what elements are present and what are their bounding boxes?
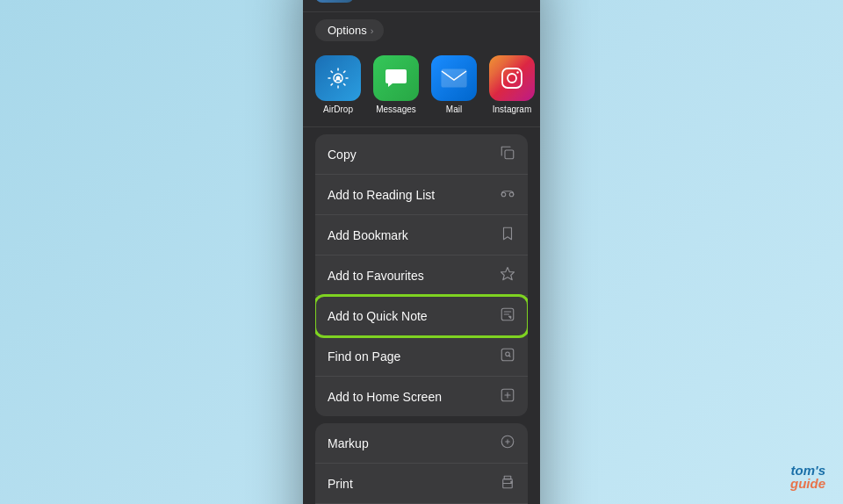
app-instagram[interactable]: Instagram (489, 55, 535, 114)
airdrop-label: AirDrop (323, 104, 353, 114)
home-screen-label: Add to Home Screen (328, 390, 442, 404)
bookmark-label: Add Bookmark (328, 228, 408, 242)
copy-icon (500, 145, 515, 163)
watermark-guide: guide (790, 476, 825, 491)
options-row: Options › (303, 12, 540, 52)
find-icon (500, 347, 515, 365)
menu-item-reading-list[interactable]: Add to Reading List (315, 175, 528, 215)
menu-list: Copy Add to Reading List Add Bookmark (303, 134, 540, 504)
star-icon (500, 266, 515, 284)
svg-point-5 (516, 71, 518, 73)
app-messages[interactable]: Messages (373, 55, 419, 114)
glasses-icon (500, 185, 515, 204)
menu-item-quick-note[interactable]: Add to Quick Note (315, 296, 528, 336)
share-sheet: Your iPhone lets you block th... tomsgui… (303, 0, 540, 504)
menu-item-favourites[interactable]: Add to Favourites (315, 256, 528, 296)
find-on-page-label: Find on Page (328, 349, 400, 364)
menu-section-1: Copy Add to Reading List Add Bookmark (315, 134, 528, 416)
svg-marker-9 (501, 268, 515, 280)
print-icon (500, 474, 515, 493)
options-button[interactable]: Options › (315, 19, 384, 41)
markup-icon (500, 434, 515, 452)
svg-point-4 (508, 74, 516, 83)
messages-label: Messages (376, 104, 416, 114)
instagram-label: Instagram (493, 104, 531, 114)
menu-item-print[interactable]: Print (315, 464, 528, 504)
menu-item-find-on-page[interactable]: Find on Page (315, 336, 528, 377)
markup-label: Markup (328, 436, 369, 450)
options-label: Options (328, 24, 367, 37)
print-label: Print (328, 477, 353, 491)
menu-section-2: Markup Print Save to Pinterest (315, 423, 528, 504)
watermark: tom's guide (790, 464, 825, 490)
svg-rect-16 (504, 476, 511, 479)
sheet-header: Your iPhone lets you block th... tomsgui… (303, 0, 540, 12)
app-mail[interactable]: Mail (431, 55, 477, 114)
quick-note-icon (500, 306, 515, 325)
apps-row: AirDrop Messages Mail (303, 52, 540, 127)
chevron-right-icon: › (371, 25, 374, 36)
reading-list-label: Add to Reading List (328, 188, 435, 202)
menu-item-markup[interactable]: Markup (315, 423, 528, 464)
mail-label: Mail (446, 104, 462, 114)
menu-item-copy[interactable]: Copy (315, 134, 528, 175)
bookmark-icon (500, 226, 515, 244)
messages-icon (373, 55, 419, 101)
instagram-icon (489, 55, 535, 101)
svg-rect-2 (442, 69, 466, 87)
page-thumbnail (315, 0, 354, 3)
svg-rect-15 (503, 484, 513, 488)
mail-icon (431, 55, 477, 101)
add-square-icon (500, 387, 515, 406)
menu-item-home-screen[interactable]: Add to Home Screen (315, 377, 528, 416)
favourites-label: Add to Favourites (328, 269, 424, 283)
quick-note-label: Add to Quick Note (328, 309, 428, 323)
svg-rect-11 (501, 349, 514, 361)
copy-label: Copy (328, 148, 357, 162)
svg-rect-6 (505, 150, 514, 159)
menu-item-bookmark[interactable]: Add Bookmark (315, 215, 528, 256)
airdrop-icon (315, 55, 361, 101)
svg-rect-3 (502, 68, 522, 88)
svg-point-17 (511, 481, 513, 483)
app-airdrop[interactable]: AirDrop (315, 55, 361, 114)
